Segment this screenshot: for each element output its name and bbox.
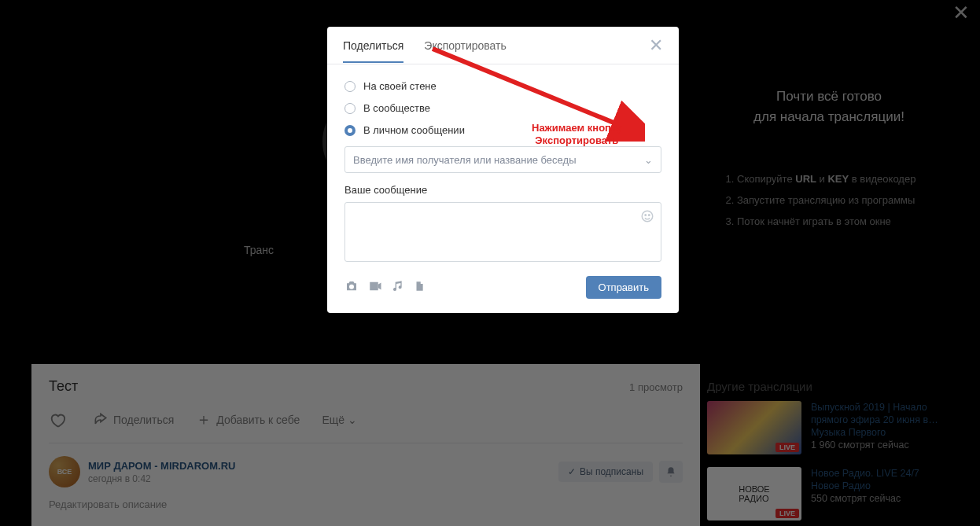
radio-label: В сообществе: [363, 102, 430, 114]
document-icon[interactable]: [414, 279, 425, 296]
chevron-down-icon: ⌄: [644, 154, 653, 166]
tab-export[interactable]: Экспортировать: [424, 29, 506, 62]
svg-point-0: [642, 211, 653, 222]
message-label: Ваше сообщение: [344, 184, 661, 196]
video-icon[interactable]: [368, 279, 382, 296]
svg-point-2: [649, 215, 650, 216]
radio-icon: [344, 125, 356, 136]
recipient-placeholder: Введите имя получателя или название бесе…: [353, 154, 576, 166]
camera-icon[interactable]: [344, 279, 359, 296]
radio-label: В личном сообщении: [363, 124, 465, 136]
radio-icon: [344, 81, 356, 92]
radio-label: На своей стене: [363, 80, 437, 92]
radio-community[interactable]: В сообществе: [344, 102, 661, 114]
share-modal: Поделиться Экспортировать ✕ На своей сте…: [327, 27, 679, 313]
tab-share[interactable]: Поделиться: [343, 29, 403, 62]
svg-point-1: [645, 215, 647, 216]
emoji-icon[interactable]: [640, 209, 654, 226]
svg-rect-3: [370, 281, 378, 290]
close-icon[interactable]: ✕: [649, 37, 663, 54]
radio-icon: [344, 103, 356, 114]
radio-private-message[interactable]: В личном сообщении: [344, 124, 661, 136]
message-input[interactable]: [344, 202, 661, 262]
send-button[interactable]: Отправить: [586, 276, 661, 299]
radio-own-wall[interactable]: На своей стене: [344, 80, 661, 92]
music-icon[interactable]: [392, 279, 404, 296]
recipient-input[interactable]: Введите имя получателя или название бесе…: [344, 146, 661, 173]
